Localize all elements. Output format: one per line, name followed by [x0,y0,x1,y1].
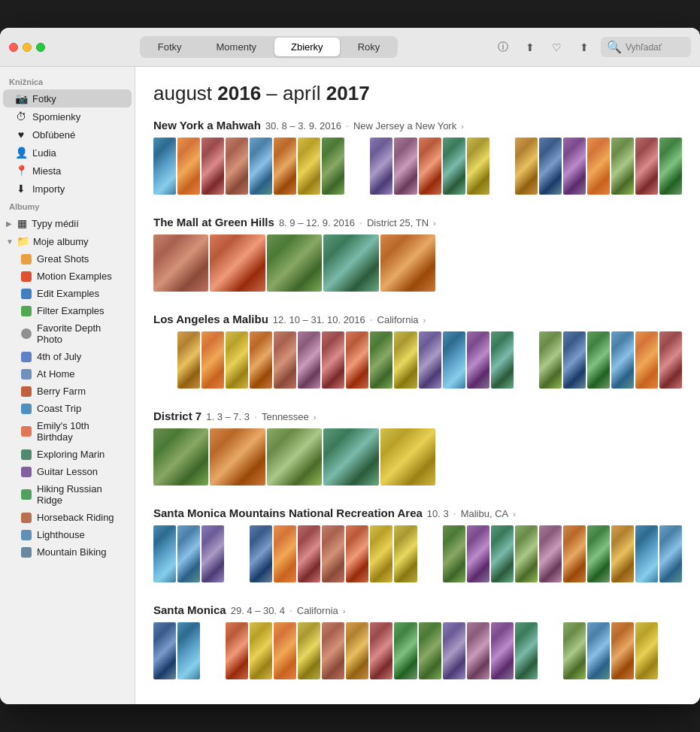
sidebar-item-great-shots[interactable]: Great Shots [9,250,132,268]
sidebar-item-hiking-russian-ridge[interactable]: Hiking Russian Ridge [9,480,132,509]
photo-thumb[interactable] [419,331,441,389]
photo-thumb[interactable] [539,331,562,389]
sidebar-item-edit-examples[interactable]: Edit Examples [9,285,132,302]
photo-thumb[interactable] [419,138,441,195]
photo-thumb[interactable] [587,525,610,582]
sidebar-item-lighthouse[interactable]: Lighthouse [9,526,132,543]
sidebar-item-4th-of-july[interactable]: 4th of July [9,348,132,365]
sidebar-item-oblubene[interactable]: ♥ Obľúbené [3,126,132,144]
photo-thumb[interactable] [659,138,682,195]
photo-thumb[interactable] [443,622,465,679]
photo-thumb[interactable] [202,622,224,679]
photo-thumb[interactable] [346,525,368,582]
chevron-right-icon[interactable]: › [461,122,464,131]
photo-strip[interactable] [153,331,682,389]
photo-thumb[interactable] [210,234,265,292]
photo-thumb[interactable] [298,622,320,679]
photo-thumb[interactable] [467,331,489,389]
photo-thumb[interactable] [394,525,417,582]
photo-thumb[interactable] [443,331,465,389]
photo-thumb[interactable] [394,622,417,679]
sidebar-item-berry-farm[interactable]: Berry Farm [9,383,132,400]
photo-thumb[interactable] [491,622,514,679]
photo-thumb[interactable] [539,138,562,195]
photo-thumb[interactable] [202,331,224,389]
photo-thumb[interactable] [491,138,514,195]
photo-thumb[interactable] [250,331,272,389]
photo-thumb[interactable] [274,331,296,389]
photo-strip[interactable] [153,234,682,292]
photo-thumb[interactable] [611,138,634,195]
tab-momenty[interactable]: Momenty [200,38,273,56]
photo-thumb[interactable] [274,138,296,195]
chevron-right-icon[interactable]: › [513,510,516,519]
photo-thumb[interactable] [274,622,296,679]
photo-thumb[interactable] [210,428,265,485]
sidebar-item-exploring-marin[interactable]: Exploring Marin [9,446,132,463]
sidebar-item-favorite-depth[interactable]: Favorite Depth Photo [9,319,132,348]
photo-thumb[interactable] [659,525,682,582]
photo-thumb[interactable] [322,331,344,389]
sidebar-item-motion-examples[interactable]: Motion Examples [9,268,132,285]
photo-thumb[interactable] [611,622,634,679]
chevron-right-icon[interactable]: › [423,316,426,325]
photo-thumb[interactable] [515,622,538,679]
photo-thumb[interactable] [153,331,176,389]
photo-thumb[interactable] [539,622,562,679]
sidebar-item-horseback-riding[interactable]: Horseback Riding [9,509,132,526]
photo-thumb[interactable] [587,138,610,195]
photo-thumb[interactable] [467,138,489,195]
photo-thumb[interactable] [346,622,368,679]
photo-thumb[interactable] [611,331,634,389]
photo-thumb[interactable] [298,525,320,582]
photo-thumb[interactable] [394,138,417,195]
photo-thumb[interactable] [515,525,538,582]
photo-thumb[interactable] [346,331,368,389]
sidebar-item-mountain-biking[interactable]: Mountain Biking [9,543,132,561]
photo-thumb[interactable] [370,138,392,195]
photo-thumb[interactable] [515,331,538,389]
photo-thumb[interactable] [153,234,208,292]
photo-thumb[interactable] [587,622,610,679]
photo-thumb[interactable] [635,138,658,195]
minimize-button[interactable] [23,43,32,52]
export-button[interactable]: ⬆ [574,37,595,58]
search-box[interactable]: 🔍 [601,37,691,57]
sidebar-item-ludia[interactable]: 👤 Ľudia [3,144,132,162]
my-albums-group[interactable]: ▼ 📁 Moje albumy [0,232,135,250]
photo-thumb[interactable] [323,234,378,292]
photo-thumb[interactable] [177,138,200,195]
photo-thumb[interactable] [177,331,200,389]
photo-thumb[interactable] [322,622,344,679]
photo-thumb[interactable] [250,622,272,679]
photo-thumb[interactable] [346,138,368,195]
photo-thumb[interactable] [611,525,634,582]
photo-thumb[interactable] [177,622,200,679]
sidebar-item-at-home[interactable]: At Home [9,365,132,383]
share-button[interactable]: ⬆ [520,37,541,58]
chevron-right-icon[interactable]: › [314,413,317,422]
photo-thumb[interactable] [563,525,586,582]
search-input[interactable] [626,42,686,53]
photo-thumb[interactable] [226,331,248,389]
favorite-button[interactable]: ♡ [547,37,568,58]
photo-thumb[interactable] [298,331,320,389]
photo-thumb[interactable] [587,331,610,389]
photo-thumb[interactable] [323,428,378,485]
photo-thumb[interactable] [380,428,435,485]
tab-fotky[interactable]: Fotky [141,38,198,56]
sidebar-item-spomienky[interactable]: ⏱ Spomienky [3,107,132,126]
photo-strip[interactable] [153,138,682,195]
photo-thumb[interactable] [419,525,441,582]
photo-thumb[interactable] [563,622,586,679]
photo-thumb[interactable] [443,138,465,195]
sidebar-item-importy[interactable]: ⬇ Importy [3,180,132,198]
close-button[interactable] [9,43,18,52]
photo-thumb[interactable] [226,138,248,195]
tab-zbierky[interactable]: Zbierky [274,38,340,56]
photo-thumb[interactable] [370,331,392,389]
photo-thumb[interactable] [298,138,320,195]
photo-thumb[interactable] [202,525,224,582]
photo-thumb[interactable] [267,428,322,485]
info-button[interactable]: ⓘ [492,37,514,58]
